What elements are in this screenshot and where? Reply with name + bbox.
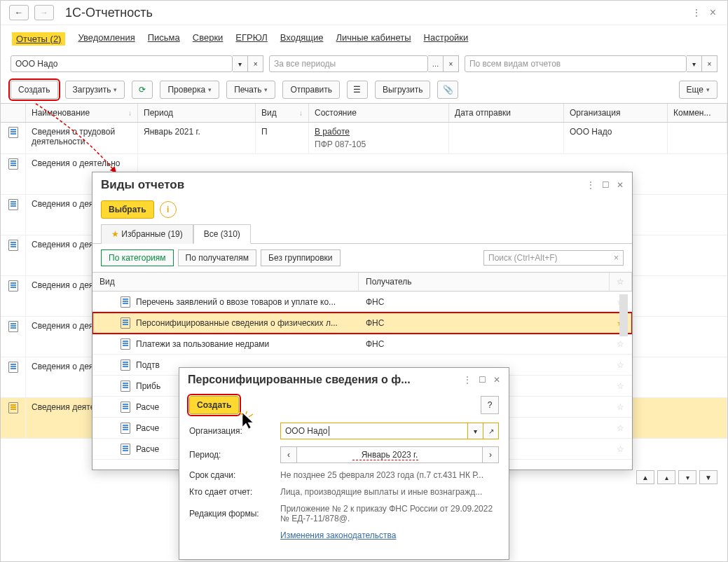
period-next-button[interactable]: › xyxy=(482,446,499,463)
print-button[interactable]: Печать▾ xyxy=(226,81,275,99)
who-label: Кто сдает отчет: xyxy=(189,487,280,497)
more-button[interactable]: Еще▾ xyxy=(679,81,717,99)
kebab-menu-icon[interactable]: ⋮ xyxy=(692,7,701,18)
doc-icon xyxy=(121,381,130,392)
changes-link[interactable]: Изменения законодательства xyxy=(280,530,397,540)
type-filter-clear[interactable]: × xyxy=(702,55,717,72)
tab-reports[interactable]: Отчеты (2) xyxy=(12,32,65,46)
org-open[interactable]: ↗ xyxy=(483,423,499,439)
org-filter-clear[interactable]: × xyxy=(248,55,263,72)
list-button[interactable]: ☰ xyxy=(347,81,368,99)
tab-letters[interactable]: Письма xyxy=(148,32,180,46)
tab-settings[interactable]: Настройки xyxy=(424,32,469,46)
period-filter-clear[interactable]: × xyxy=(444,55,459,72)
select-button[interactable]: Выбрать xyxy=(101,200,154,219)
nav-back-button[interactable]: ← xyxy=(9,5,29,20)
list-item[interactable]: Перечень заявлений о ввозе товаров и упл… xyxy=(92,292,632,313)
create-report-button[interactable]: Создать xyxy=(189,396,239,414)
tab-all[interactable]: Все (310) xyxy=(193,224,251,244)
tab-egrul[interactable]: ЕГРЮЛ xyxy=(235,32,267,46)
org-filter[interactable]: ООО Надо xyxy=(11,55,233,72)
by-recipient-button[interactable]: По получателям xyxy=(178,249,257,266)
no-grouping-button[interactable]: Без группировки xyxy=(261,249,340,266)
col-org[interactable]: Организация xyxy=(564,104,668,122)
star-icon[interactable]: ☆ xyxy=(610,357,632,373)
maximize-icon[interactable]: ☐ xyxy=(479,375,486,385)
period-value[interactable]: Январь 2023 г. xyxy=(297,446,482,463)
doc-icon xyxy=(8,127,18,138)
attach-button[interactable]: 📎 xyxy=(437,81,458,99)
type-filter-dropdown[interactable]: ▾ xyxy=(687,55,702,72)
close-icon[interactable]: ✕ xyxy=(617,180,624,190)
tab-cabinets[interactable]: Личные кабинеты xyxy=(336,32,411,46)
main-tabs: Отчеты (2) Уведомления Письма Сверки ЕГР… xyxy=(1,25,727,51)
status-link[interactable]: В работе xyxy=(315,127,350,137)
org-filter-dropdown[interactable]: ▾ xyxy=(233,55,248,72)
help-button[interactable]: ? xyxy=(481,396,499,414)
page-down-button[interactable]: ▾ xyxy=(678,470,696,484)
attach-icon: 📎 xyxy=(443,85,453,95)
org-label: Организация: xyxy=(189,426,280,436)
title-bar: ← → 1С-Отчетность ⋮ × xyxy=(1,1,727,25)
star-icon[interactable]: ☆ xyxy=(610,441,632,457)
doc-icon xyxy=(121,296,130,308)
kebab-menu-icon[interactable]: ⋮ xyxy=(586,180,595,190)
create-button[interactable]: Создать xyxy=(11,81,58,99)
col-sent[interactable]: Дата отправки xyxy=(449,104,564,122)
period-label: Период: xyxy=(189,450,280,460)
tab-notifications[interactable]: Уведомления xyxy=(78,32,135,46)
by-category-button[interactable]: По категориям xyxy=(101,249,174,266)
type-filter[interactable]: По всем видам отчетов xyxy=(465,55,687,72)
maximize-icon[interactable]: ☐ xyxy=(602,180,610,190)
app-title: 1С-Отчетность xyxy=(65,6,153,20)
page-bottom-button[interactable]: ▼ xyxy=(699,470,717,484)
period-filter[interactable]: За все периоды xyxy=(269,55,428,72)
list-item[interactable]: Платежи за пользование недрами ФНС ☆ xyxy=(92,334,632,355)
doc-icon xyxy=(8,321,18,332)
doc-icon xyxy=(8,240,18,251)
star-icon[interactable]: ☆ xyxy=(610,378,632,394)
col-status[interactable]: Состояние xyxy=(309,104,449,122)
col-period[interactable]: Период xyxy=(138,104,256,122)
export-button[interactable]: Выгрузить xyxy=(375,81,431,99)
search-clear-icon[interactable]: × xyxy=(614,253,619,263)
period-filter-picker[interactable]: … xyxy=(428,55,444,72)
modal1-title: Виды отчетов xyxy=(101,178,184,192)
star-icon[interactable]: ☆ xyxy=(610,336,632,352)
send-button[interactable]: Отправить xyxy=(282,81,340,99)
table-row[interactable]: Сведения о трудовой деятельности Январь … xyxy=(1,123,727,154)
period-prev-button[interactable]: ‹ xyxy=(280,446,297,463)
close-icon[interactable]: × xyxy=(707,6,719,19)
col-name[interactable]: Наименование↓ xyxy=(26,104,138,122)
check-button[interactable]: Проверка▾ xyxy=(160,81,219,99)
list-icon: ☰ xyxy=(353,85,361,95)
col-favorite[interactable]: ☆ xyxy=(610,273,632,291)
tab-reconciliations[interactable]: Сверки xyxy=(193,32,224,46)
load-button[interactable]: Загрузить▾ xyxy=(65,81,125,99)
col-vid[interactable]: Вид xyxy=(92,273,359,291)
page-up-button[interactable]: ▴ xyxy=(657,470,675,484)
refresh-button[interactable]: ⟳ xyxy=(132,81,153,99)
list-item-selected[interactable]: Персонифицированные сведения о физически… xyxy=(92,313,632,334)
search-input[interactable]: Поиск (Ctrl+Alt+F)× xyxy=(483,250,624,266)
edition-value: Приложение № 2 к приказу ФНС России от 2… xyxy=(280,504,499,523)
kebab-menu-icon[interactable]: ⋮ xyxy=(463,375,472,385)
star-icon[interactable]: ☆ xyxy=(610,420,632,436)
col-vid[interactable]: Вид↓ xyxy=(256,104,309,122)
tab-incoming[interactable]: Входящие xyxy=(280,32,324,46)
doc-icon xyxy=(121,444,130,455)
col-comment[interactable]: Коммен... xyxy=(668,104,727,122)
org-dropdown[interactable]: ▾ xyxy=(468,423,483,439)
close-icon[interactable]: ✕ xyxy=(493,375,500,385)
doc-icon xyxy=(8,280,18,292)
grid-header: Наименование↓ Период Вид↓ Состояние Дата… xyxy=(1,103,727,123)
tab-favorites[interactable]: ★ Избранные (19) xyxy=(101,224,193,244)
doc-icon xyxy=(121,359,130,371)
nav-forward-button[interactable]: → xyxy=(34,5,54,20)
star-icon[interactable]: ☆ xyxy=(610,399,632,415)
page-top-button[interactable]: ▲ xyxy=(636,470,654,484)
info-icon[interactable]: i xyxy=(160,201,177,218)
col-recipient[interactable]: Получатель xyxy=(359,273,610,291)
org-input[interactable]: ООО Надо xyxy=(280,423,468,439)
scrollbar[interactable] xyxy=(619,294,628,336)
